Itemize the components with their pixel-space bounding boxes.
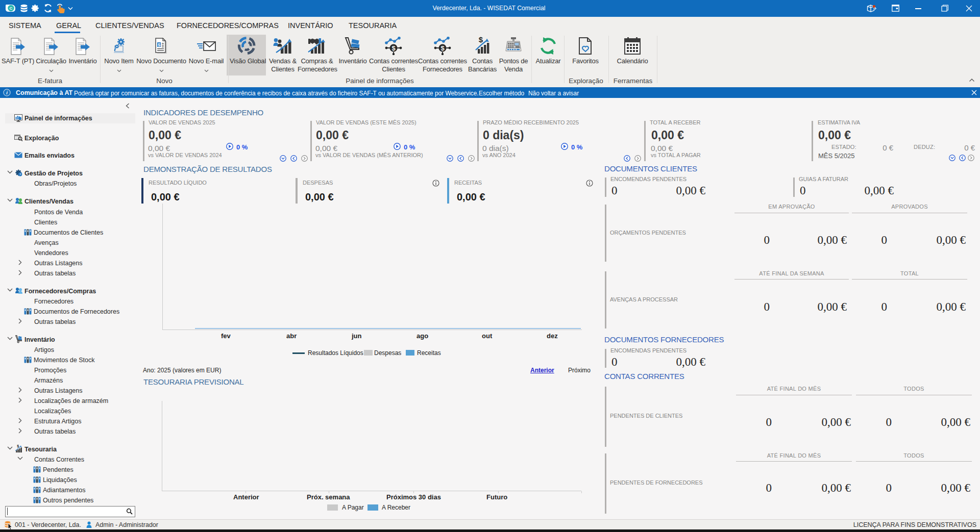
svg-text:$: $ (391, 44, 396, 52)
svg-text:i: i (6, 90, 8, 95)
svg-text:$: $ (479, 37, 483, 44)
svg-text:$: $ (158, 42, 160, 47)
svg-text:$: $ (440, 44, 445, 52)
